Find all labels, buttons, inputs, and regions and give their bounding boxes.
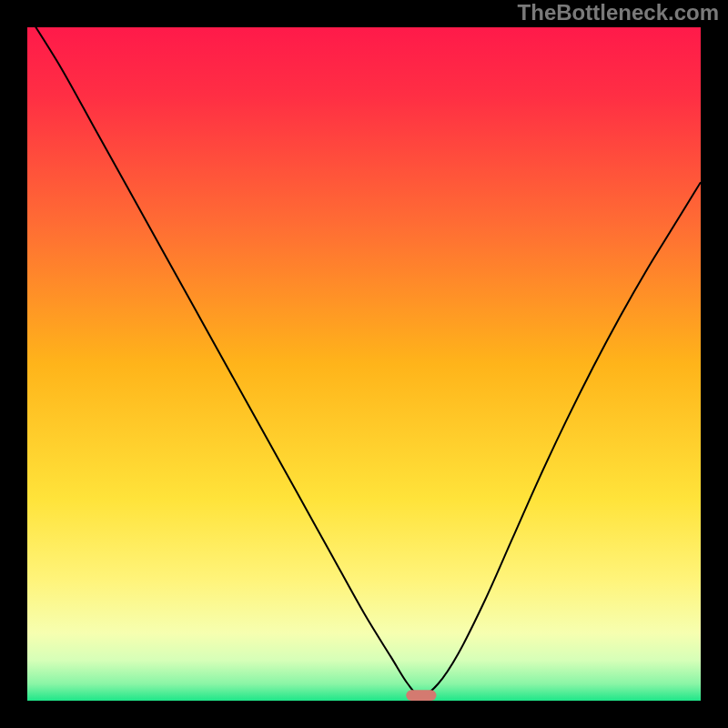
bottleneck-plot [0,0,728,728]
gradient-background [27,27,701,701]
chart-container: TheBottleneck.com [0,0,728,728]
optimum-marker [406,690,436,701]
